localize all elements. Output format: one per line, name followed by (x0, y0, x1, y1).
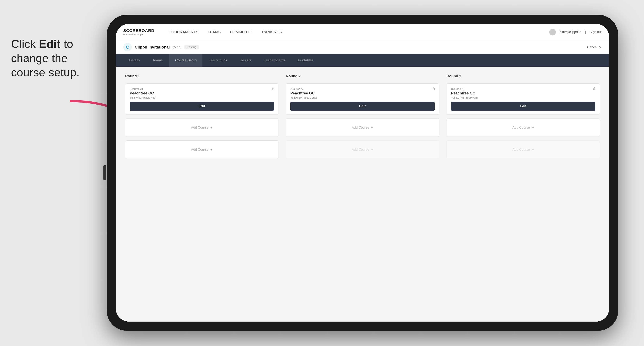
tab-details[interactable]: Details (123, 54, 146, 67)
add-plus-icon-5: + (532, 126, 534, 130)
tournament-badge: Hosting (184, 45, 199, 49)
round-1-course-name: Peachtree GC (130, 91, 274, 95)
tab-tee-groups[interactable]: Tee Groups (203, 54, 233, 67)
tournament-name: Clippd Invitational (135, 45, 170, 50)
main-content: Round 1 🗑 (Course A) Peachtree GC Yellow… (116, 67, 609, 322)
nav-right: blair@clippd.io | Sign out (549, 29, 602, 35)
tournament-logo: C (123, 43, 132, 51)
round-3-delete-button[interactable]: 🗑 (592, 86, 598, 92)
tournament-info: C Clippd Invitational (Men) Hosting (123, 43, 199, 51)
tablet-device: SCOREBOARD Powered by clippd TOURNAMENTS… (107, 15, 618, 331)
round-2-column: Round 2 🗑 (Course A) Peachtree GC Yellow… (286, 74, 439, 159)
round-1-add-course-1[interactable]: Add Course + (125, 118, 278, 137)
tab-bar: Details Teams Course Setup Tee Groups Re… (116, 54, 609, 67)
logo-sub: Powered by clippd (123, 33, 154, 36)
round-3-edit-button[interactable]: Edit (451, 102, 595, 111)
cancel-button[interactable]: Cancel ✕ (587, 45, 602, 49)
sub-header: C Clippd Invitational (Men) Hosting Canc… (116, 40, 609, 54)
round-1-course-details: Yellow (M) (6629 yds) (130, 96, 274, 99)
rounds-grid: Round 1 🗑 (Course A) Peachtree GC Yellow… (125, 74, 600, 159)
round-2-delete-button[interactable]: 🗑 (431, 86, 437, 92)
nav-committee[interactable]: COMMITTEE (230, 30, 253, 34)
separator: | (585, 30, 586, 34)
round-1-title: Round 1 (125, 74, 278, 78)
top-navigation: SCOREBOARD Powered by clippd TOURNAMENTS… (116, 24, 609, 40)
add-plus-icon-6: + (532, 148, 534, 152)
round-3-add-course-1[interactable]: Add Course + (446, 118, 600, 137)
instruction-bold: Edit (39, 37, 60, 50)
round-1-add-course-2[interactable]: Add Course + (125, 140, 278, 159)
round-3-title: Round 3 (446, 74, 600, 78)
round-1-column: Round 1 🗑 (Course A) Peachtree GC Yellow… (125, 74, 278, 159)
user-avatar (549, 29, 556, 35)
logo-area: SCOREBOARD Powered by clippd (123, 28, 154, 36)
nav-links: TOURNAMENTS TEAMS COMMITTEE RANKINGS (169, 30, 538, 34)
round-3-course-card: 🗑 (Course A) Peachtree GC Yellow (M) (66… (446, 83, 600, 115)
nav-teams[interactable]: TEAMS (208, 30, 221, 34)
add-plus-icon: + (210, 126, 212, 130)
add-plus-icon-2: + (210, 148, 212, 152)
round-1-course-label: (Course A) (130, 87, 274, 90)
round-2-course-name: Peachtree GC (290, 91, 434, 95)
round-2-course-details: Yellow (M) (6629 yds) (290, 96, 434, 99)
add-plus-icon-4: + (371, 148, 373, 152)
round-3-add-course-2: Add Course + (446, 140, 600, 159)
tab-leaderboards[interactable]: Leaderboards (258, 54, 291, 67)
tab-teams[interactable]: Teams (146, 54, 168, 67)
round-3-column: Round 3 🗑 (Course A) Peachtree GC Yellow… (446, 74, 600, 159)
tab-results[interactable]: Results (234, 54, 257, 67)
user-email: blair@clippd.io (560, 30, 581, 34)
tablet-screen: SCOREBOARD Powered by clippd TOURNAMENTS… (116, 24, 609, 322)
tab-printables[interactable]: Printables (292, 54, 320, 67)
round-2-title: Round 2 (286, 74, 439, 78)
cancel-icon: ✕ (599, 45, 602, 49)
round-1-course-card: 🗑 (Course A) Peachtree GC Yellow (M) (66… (125, 83, 278, 115)
round-3-course-label: (Course A) (451, 87, 595, 90)
tab-course-setup[interactable]: Course Setup (169, 54, 202, 67)
round-2-add-course-1[interactable]: Add Course + (286, 118, 439, 137)
round-2-edit-button[interactable]: Edit (290, 102, 434, 111)
tablet-side-button (104, 165, 106, 180)
tournament-gender: (Men) (173, 45, 182, 49)
round-3-course-name: Peachtree GC (451, 91, 595, 95)
round-1-edit-button[interactable]: Edit (130, 102, 274, 111)
sign-out-link[interactable]: Sign out (590, 30, 602, 34)
logo-text: SCOREBOARD (123, 28, 154, 33)
round-3-course-details: Yellow (M) (6629 yds) (451, 96, 595, 99)
round-2-add-course-2: Add Course + (286, 140, 439, 159)
nav-tournaments[interactable]: TOURNAMENTS (169, 30, 198, 34)
round-1-delete-button[interactable]: 🗑 (270, 86, 276, 92)
add-plus-icon-3: + (371, 126, 373, 130)
instruction-prefix: Click (11, 37, 39, 50)
nav-rankings[interactable]: RANKINGS (262, 30, 282, 34)
round-2-course-card: 🗑 (Course A) Peachtree GC Yellow (M) (66… (286, 83, 439, 115)
instruction-text: Click Edit to change the course setup. (0, 29, 114, 87)
round-2-course-label: (Course A) (290, 87, 434, 90)
